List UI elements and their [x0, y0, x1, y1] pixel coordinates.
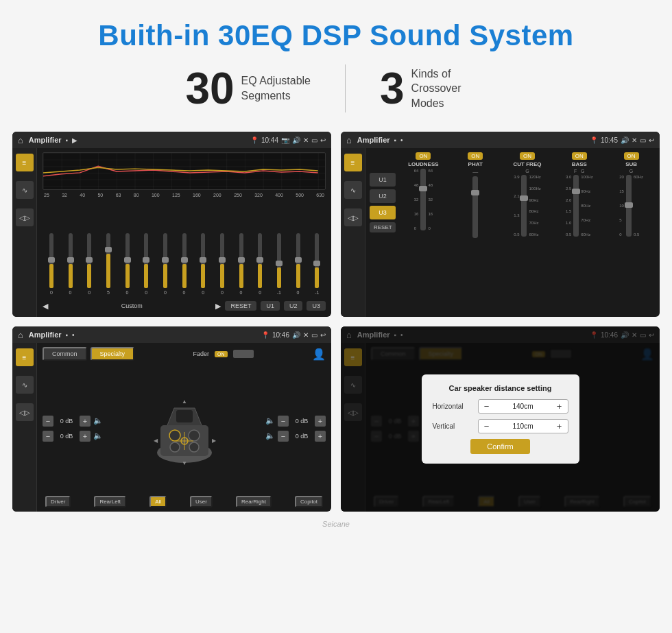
all-btn-3[interactable]: All	[149, 496, 167, 507]
eq-label: EQ Adjustable Segments	[241, 73, 311, 103]
phat-on-badge: ON	[468, 152, 483, 160]
play-icon-1[interactable]: ▶	[72, 136, 77, 144]
minus-btn-tl[interactable]: −	[43, 416, 53, 427]
sidebar-btn-vol-2[interactable]: ◁▷	[344, 208, 362, 226]
db-val-bl: 0 dB	[56, 433, 77, 440]
close-icon-1[interactable]: ✕	[303, 136, 309, 144]
sidebar-btn-eq[interactable]: ≡	[16, 154, 34, 171]
u2-btn-1[interactable]: U2	[284, 301, 303, 311]
close-icon-3[interactable]: ✕	[303, 331, 309, 339]
cutfreq-slider[interactable]	[521, 175, 527, 237]
screen-eq: ⌂ Amplifier ▪ ▶ 📍 10:44 📷 🔊 ✕ ▭ ↩ ≡ ∿ ◁▷	[12, 132, 331, 317]
preset-u2[interactable]: U2	[370, 189, 396, 203]
horizontal-plus[interactable]: +	[555, 401, 564, 411]
time-1: 10:44	[261, 136, 278, 144]
cutfreq-v-labels: 3.92.11.30.5	[514, 175, 519, 237]
preset-u3[interactable]: U3	[370, 206, 396, 219]
horizontal-label: Horizontal	[433, 403, 474, 410]
car-diagram: ▲ ▼ ◀ ▶	[108, 391, 260, 466]
svg-point-4	[169, 430, 180, 441]
svg-point-6	[170, 442, 180, 452]
sidebar-1: ≡ ∿ ◁▷	[12, 148, 37, 317]
copilot-btn-3[interactable]: Copilot	[295, 496, 323, 507]
sidebar-btn-eq-2[interactable]: ≡	[344, 154, 362, 171]
dialog-overlay: Car speaker distance setting Horizontal …	[341, 326, 660, 512]
vertical-plus[interactable]: +	[555, 421, 564, 431]
next-icon[interactable]: ▶	[215, 302, 221, 311]
sidebar-btn-wave-2[interactable]: ∿	[344, 181, 362, 199]
preset-u1[interactable]: U1	[370, 173, 396, 187]
u1-btn-1[interactable]: U1	[261, 301, 280, 311]
plus-btn-tl[interactable]: +	[80, 416, 91, 427]
cutfreq-label: CUT FREQ	[514, 161, 542, 167]
bass-on-badge: ON	[572, 152, 587, 160]
back-icon-1[interactable]: ↩	[320, 136, 326, 144]
db-row-br: 🔈 − 0 dB +	[265, 431, 326, 442]
cutfreq-on-badge: ON	[520, 152, 535, 160]
eq-labels: 25 32 40 50 63 80 100 125 160 200 250 32…	[43, 193, 326, 198]
svg-rect-3	[176, 410, 193, 422]
home-icon-3[interactable]: ⌂	[18, 330, 23, 340]
rearright-btn-3[interactable]: RearRight	[236, 496, 272, 507]
status-bar-2: ⌂ Amplifier ▪ • 📍 10:45 🔊 ✕ ▭ ↩	[341, 132, 660, 148]
home-icon[interactable]: ⌂	[18, 135, 23, 145]
screen2-content: ≡ ∿ ◁▷ U1 U2 U3 RESET ON LOUDNESS	[341, 148, 660, 317]
vertical-minus[interactable]: −	[482, 421, 492, 431]
eq-slider-13: -1	[270, 233, 288, 295]
tab-common-3[interactable]: Common	[43, 347, 87, 361]
plus-btn-br[interactable]: +	[315, 431, 326, 442]
plus-btn-bl[interactable]: +	[80, 431, 91, 442]
band-sub: ON SUB G 20151050 60Hz0.5	[607, 152, 656, 237]
top-tabs-3: Common Specialty Fader ON 👤	[43, 347, 326, 361]
sidebar-btn-wave-3[interactable]: ∿	[16, 376, 34, 394]
bottom-labels-3: Driver RearLeft All User RearRight Copil…	[43, 496, 326, 507]
loudness-v-labels-r: 644832160	[428, 169, 433, 230]
bass-slider[interactable]	[573, 175, 579, 237]
minus-btn-tr[interactable]: −	[278, 416, 289, 427]
sidebar-btn-vol-3[interactable]: ◁▷	[16, 403, 34, 421]
fader-row: Fader ON	[193, 350, 254, 358]
minus-btn-bl[interactable]: −	[43, 431, 53, 442]
db-val-br: 0 dB	[291, 433, 312, 440]
confirm-button[interactable]: Confirm	[470, 439, 530, 454]
reset-btn-2[interactable]: RESET	[370, 222, 396, 232]
sidebar-btn-wave[interactable]: ∿	[16, 181, 34, 199]
camera-icon-1: 📷	[281, 136, 289, 144]
u3-btn-1[interactable]: U3	[307, 301, 326, 311]
eq-icon-2: ▪	[394, 136, 397, 144]
eq-slider-3: 0	[80, 233, 98, 295]
reset-btn-1[interactable]: RESET	[225, 301, 256, 311]
close-icon-2[interactable]: ✕	[632, 136, 637, 144]
dialog-title: Car speaker distance setting	[433, 384, 568, 392]
back-icon-2[interactable]: ↩	[649, 136, 654, 144]
eq-slider-15: -1	[308, 233, 326, 295]
minus-btn-br[interactable]: −	[278, 431, 289, 442]
eq-slider-9: 0	[194, 233, 212, 295]
amplifier-title-3: Amplifier	[29, 331, 62, 339]
horizontal-minus[interactable]: −	[482, 401, 492, 411]
band-cutfreq: ON CUT FREQ G 3.92.11.30.5 120Hz100Hz90	[503, 152, 552, 237]
sub-slider[interactable]	[626, 175, 632, 237]
crossover-label: Kinds of Crossover Modes	[411, 67, 487, 111]
sidebar-btn-vol[interactable]: ◁▷	[16, 208, 34, 226]
home-icon-2[interactable]: ⌂	[346, 135, 352, 145]
user-btn-3[interactable]: User	[190, 496, 213, 507]
phat-slider[interactable]	[472, 176, 478, 238]
fader-graphic[interactable]	[233, 350, 254, 358]
driver-btn-3[interactable]: Driver	[45, 496, 71, 507]
eq-slider-12: 0	[251, 233, 269, 295]
plus-btn-tr[interactable]: +	[315, 416, 326, 427]
rearleft-btn-3[interactable]: RearLeft	[94, 496, 126, 507]
back-icon-3[interactable]: ↩	[320, 331, 326, 339]
amplifier-title-2: Amplifier	[357, 136, 390, 144]
vertical-value: 110cm	[494, 422, 553, 430]
eq-stat: 30 EQ Adjustable Segments	[151, 67, 345, 110]
tab-specialty-3[interactable]: Specialty	[91, 347, 135, 361]
prev-icon[interactable]: ◀	[43, 302, 48, 311]
person-icon-3: 👤	[312, 348, 326, 361]
vertical-input-group: − 110cm +	[478, 419, 568, 433]
time-2: 10:45	[601, 136, 618, 144]
amplifier-title-1: Amplifier	[29, 136, 62, 144]
loudness-slider[interactable]	[420, 169, 426, 230]
sidebar-btn-eq-3[interactable]: ≡	[16, 348, 34, 366]
